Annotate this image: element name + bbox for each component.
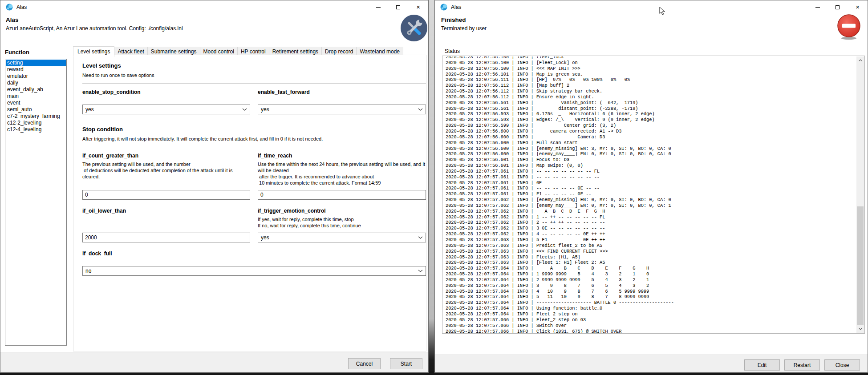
function-item[interactable]: setting [6,60,66,66]
log-line: 2020-05-28 12:07:57.064 | INFO | 4 10 9 … [446,289,856,294]
log-line: 2020-05-28 12:07:56.561 | INFO | distant… [446,106,856,112]
settings-tab[interactable]: Level settings [73,46,114,57]
if-oil-lower-than-input[interactable] [82,233,250,242]
alas-app-icon [6,4,13,11]
edit-button[interactable]: Edit [744,359,780,371]
field-enable-stop-condition: enable_stop_condition yes [82,89,250,114]
run-status-title: Finished [441,16,466,23]
tools-icon [401,15,427,41]
minimize-button[interactable] [368,0,388,14]
log-line: 2020-05-28 12:07:57.064 | INFO | A B C D… [446,266,856,271]
section-title-level-settings: Level settings [82,62,425,69]
scroll-up-button[interactable] [856,56,864,64]
maximize-icon [396,5,400,9]
titlebar[interactable]: Alas ✕ [435,0,868,14]
stopped-icon [836,14,861,40]
log-line: 2020-05-28 12:07:56.112 | INFO | Skip st… [446,89,856,94]
function-item[interactable]: event_daily_ab [6,86,66,93]
function-item[interactable]: c12-4_leveling [6,126,66,133]
log-line: 2020-05-28 12:07:57.064 | INFO | 5 11 10… [446,294,856,300]
function-item[interactable]: c12-2_leveling [6,120,66,126]
close-icon: ✕ [856,5,860,10]
log-line: 2020-05-28 12:07:56.593 | INFO | Edges: … [446,117,856,123]
chevron-down-icon [859,328,862,330]
enable-stop-condition-select[interactable]: yes [82,105,250,114]
log-line: 2020-05-28 12:07:57.064 | INFO | 2 9999 … [446,277,856,283]
field-enable-fast-forward: enable_fast_forward yes [258,89,426,114]
function-label: Function [5,49,29,56]
run-status-subtitle: Terminated by user [441,25,487,32]
if-dock-full-select[interactable]: no [82,266,426,276]
page-title: Alas [6,16,19,23]
chevron-up-icon [859,59,862,61]
log-line: 2020-05-28 12:07:57.062 | INFO | [enemy_… [446,203,856,209]
tab-content-pane: Level settings Need to run once to save … [73,55,426,351]
minimize-icon [376,7,381,8]
log-line: 2020-05-28 12:07:57.063 | INFO | 5 F1 --… [446,237,856,243]
function-list: settingrewardemulatordailyevent_daily_ab… [5,59,67,346]
log-line: 2020-05-28 12:07:56.600 | INFO | [enemy_… [446,146,856,152]
log-line: 2020-05-28 12:07:57.064 | INFO | 1 9999 … [446,271,856,277]
log-line: 2020-05-28 12:07:57.064 | INFO | 3 9 8 7… [446,283,856,289]
function-item[interactable]: event [6,100,66,106]
log-line: 2020-05-28 12:07:56.100 | INFO | fleet_l… [446,56,856,60]
function-item[interactable]: emulator [6,73,66,80]
log-line: 2020-05-28 12:07:56.100 | INFO | <<< MAP… [446,66,856,72]
maximize-button[interactable] [388,0,408,14]
if-time-reach-input[interactable] [258,190,426,200]
close-run-button[interactable]: Close [824,359,860,371]
log-line: 2020-05-28 12:07:57.064 | INFO | Using f… [446,306,856,311]
function-item[interactable]: c7-2_mystery_farming [6,113,66,120]
log-line: 2020-05-28 12:07:56.112 | INFO | [Map_bu… [446,83,856,89]
function-item[interactable]: main [6,93,66,100]
log-line: 2020-05-28 12:07:57.062 | INFO | 1 -- ++… [446,214,856,220]
chevron-down-icon [242,108,247,111]
field-if-oil-lower-than: if_oil_lower_than [82,208,250,242]
log-scrollbar[interactable] [856,56,864,333]
chevron-down-icon [418,270,423,272]
restart-button[interactable]: Restart [784,359,820,371]
log-line: 2020-05-28 12:07:56.599 | INFO | Center … [446,123,856,129]
enable-fast-forward-select[interactable]: yes [258,105,426,114]
log-line: 2020-05-28 12:07:57.064 | INFO | Fleet 2… [446,311,856,317]
alas-app-icon [440,4,447,11]
log-line: 2020-05-28 12:07:57.063 | INFO | [Fleet_… [446,260,856,266]
window-title: Alas [16,4,27,10]
cancel-button[interactable]: Cancel [348,358,381,369]
divider [82,83,426,84]
chevron-down-icon [418,108,423,111]
alas-log-window: Alas ✕ Finished Terminated by user Statu… [434,0,868,373]
section-desc-stop-condition: After triggering, it will not stop immed… [82,136,425,141]
log-line: 2020-05-28 12:07:57.066 | INFO | Fleet_2… [446,317,856,323]
if-count-greater-than-input[interactable] [82,190,250,200]
log-line: 2020-05-28 12:07:56.600 | INFO | Full sc… [446,140,856,146]
right-footer: Edit Restart Close [435,355,868,372]
titlebar[interactable]: Alas ✕ [0,0,428,14]
close-icon: ✕ [416,5,420,10]
scrollbar-thumb[interactable] [857,206,864,325]
log-line: 2020-05-28 12:07:57.061 | INFO | F1 -- -… [446,191,856,197]
section-desc-level-settings: Need to run once to save options [82,73,425,78]
log-line: 2020-05-28 12:07:56.600 | INFO | [enemy_… [446,151,856,157]
scroll-down-button[interactable] [856,325,864,333]
close-button[interactable]: ✕ [408,0,428,14]
if-trigger-emotion-control-select[interactable]: yes [258,233,426,242]
log-line: 2020-05-28 12:07:56.561 | INFO | vanish_… [446,100,856,106]
log-line: 2020-05-28 12:07:57.061 | INFO | -- -- -… [446,174,856,180]
log-line: 2020-05-28 12:07:56.601 | INFO | Map swi… [446,163,856,169]
log-line: 2020-05-28 12:07:56.101 | INFO | Map is … [446,72,856,77]
maximize-button[interactable] [827,0,848,14]
log-line: 2020-05-28 12:07:57.063 | INFO | Fleets:… [446,254,856,260]
start-button[interactable]: Start [390,358,422,369]
section-title-stop-condition: Stop condition [82,126,425,133]
log-line: 2020-05-28 12:07:56.100 | INFO | [Fleet_… [446,60,856,66]
close-button[interactable]: ✕ [848,0,868,14]
function-item[interactable]: semi_auto [6,106,66,113]
minimize-button[interactable] [807,0,827,14]
log-line: 2020-05-28 12:07:57.062 | INFO | 4 -- --… [446,231,856,237]
log-output[interactable]: 2020-05-28 12:07:56.100 | INFO | fleet_l… [442,56,865,334]
status-label: Status [445,48,460,54]
function-item[interactable]: daily [6,80,66,86]
function-item[interactable]: reward [6,66,66,73]
divider [82,147,426,147]
